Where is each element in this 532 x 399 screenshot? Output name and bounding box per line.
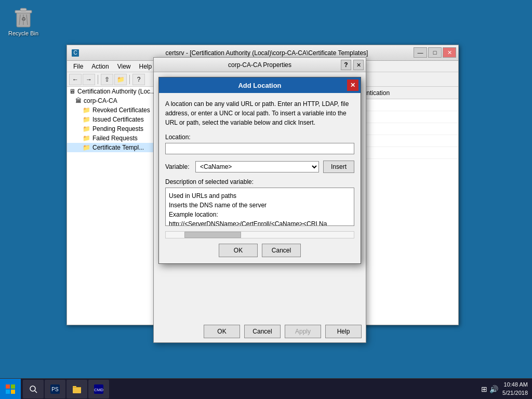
tree-revoked-icon: 📁 — [83, 107, 90, 114]
taskbar-system-icons: ⊞ 🔊 — [477, 385, 502, 393]
tree-issued-label: Issued Certificates — [92, 116, 144, 123]
properties-close-btn[interactable]: ✕ — [353, 60, 364, 70]
network-icon: ⊞ — [481, 385, 487, 393]
add-location-sel-desc-label: Description of selected variable: — [165, 178, 354, 185]
desc-line-2: Inserts the DNS name of the server — [169, 201, 351, 210]
taskbar: PS CMD ⊞ 🔊 10:48 AM 5 — [0, 378, 532, 399]
tree-root-label: Certification Authority (Loc... — [77, 88, 155, 95]
add-location-footer: OK Cancel — [165, 244, 354, 257]
toolbar-folder[interactable]: 📁 — [114, 74, 127, 85]
tree-issued-icon: 📁 — [83, 116, 90, 123]
toolbar-sep1 — [98, 75, 98, 84]
add-location-body: A location can be any valid URL or path.… — [159, 93, 361, 263]
properties-ok-btn[interactable]: OK — [204, 325, 240, 338]
add-location-var-label: Variable: — [165, 163, 191, 170]
add-location-titlebar: Add Location ✕ — [159, 77, 361, 93]
tree-cert-templates-label: Certificate Templ... — [92, 144, 144, 151]
svg-text:C: C — [73, 50, 77, 56]
svg-rect-11 — [6, 390, 10, 394]
add-location-scrollbar-thumb — [184, 232, 241, 238]
taskbar-search[interactable] — [23, 380, 44, 398]
svg-text:CMD: CMD — [94, 388, 103, 392]
add-location-title: Add Location — [164, 82, 355, 89]
svg-rect-19 — [73, 387, 81, 388]
recycle-bin[interactable]: ♻ Recycle Bin — [5, 5, 42, 36]
tree-pending[interactable]: 📁 Pending Requests — [67, 124, 160, 134]
svg-rect-2 — [20, 8, 26, 11]
clock-time: 10:48 AM — [502, 381, 528, 389]
menu-action[interactable]: Action — [87, 62, 113, 71]
add-location-variable-select[interactable]: <CaName> <ServerDNSName> <CertEnroll> <C… — [195, 161, 319, 172]
taskbar-powershell[interactable]: PS — [45, 380, 65, 398]
menu-view[interactable]: View — [113, 62, 135, 71]
properties-cancel-btn[interactable]: Cancel — [244, 325, 281, 338]
taskbar-items: PS CMD — [21, 380, 477, 398]
add-location-scrollbar[interactable] — [165, 231, 354, 238]
desktop: ♻ Recycle Bin C certsrv - [Certification… — [0, 0, 532, 399]
tree-root-icon: 🖥 — [69, 88, 75, 95]
add-location-insert-btn[interactable]: Insert — [323, 161, 354, 173]
tree-cert-templates[interactable]: 📁 Certificate Templ... — [67, 143, 160, 152]
taskbar-clock[interactable]: 10:48 AM 5/21/2018 — [502, 381, 532, 397]
add-location-dialog: Add Location ✕ A location can be any val… — [158, 77, 361, 264]
taskbar-cmd[interactable]: CMD — [88, 380, 109, 398]
add-location-loc-label: Location: — [165, 134, 354, 141]
certsrv-window-controls: — □ ✕ — [414, 47, 456, 58]
tree-pending-icon: 📁 — [83, 125, 90, 132]
tree-pending-label: Pending Requests — [92, 125, 143, 132]
add-location-close-btn[interactable]: ✕ — [347, 79, 358, 91]
svg-text:♻: ♻ — [21, 16, 26, 22]
tree-corp-icon: 🏛 — [75, 97, 82, 104]
certsrv-title: certsrv - [Certification Authority (Loca… — [79, 49, 454, 57]
svg-rect-9 — [6, 384, 10, 389]
add-location-desc-box: Used in URLs and paths Inserts the DNS n… — [165, 188, 354, 226]
properties-help-btn[interactable]: ? — [341, 60, 351, 70]
properties-help-bottom-btn[interactable]: Help — [325, 325, 362, 338]
search-icon — [29, 385, 37, 393]
certsrv-left-panel: 🖥 Certification Authority (Loc... 🏛 corp… — [67, 87, 161, 325]
powershell-icon: PS — [50, 384, 60, 394]
clock-date: 5/21/2018 — [502, 389, 528, 397]
svg-rect-12 — [11, 390, 15, 394]
audio-icon: 🔊 — [489, 385, 498, 393]
windows-logo-icon — [5, 384, 16, 394]
toolbar-back[interactable]: ← — [69, 74, 82, 85]
add-location-var-row: Variable: <CaName> <ServerDNSName> <Cert… — [165, 161, 354, 173]
properties-title: corp-CA-CA Properties — [158, 61, 362, 69]
toolbar-up[interactable]: ⇧ — [101, 74, 113, 85]
tree-failed-label: Failed Requests — [92, 135, 138, 142]
properties-footer: OK Cancel Apply Help — [158, 321, 362, 338]
recycle-bin-label: Recycle Bin — [8, 30, 38, 36]
certsrv-icon: C — [71, 49, 79, 57]
start-button[interactable] — [0, 379, 21, 400]
certsrv-minimize-btn[interactable]: — — [414, 47, 427, 58]
taskbar-explorer[interactable] — [66, 380, 87, 398]
svg-line-14 — [35, 391, 37, 393]
certsrv-close-btn[interactable]: ✕ — [443, 47, 456, 58]
tree-failed[interactable]: 📁 Failed Requests — [67, 134, 160, 143]
add-location-cancel-btn[interactable]: Cancel — [262, 244, 301, 257]
cmd-icon: CMD — [94, 384, 103, 394]
add-location-ok-btn[interactable]: OK — [219, 244, 258, 257]
certsrv-maximize-btn[interactable]: □ — [428, 47, 442, 58]
desc-line-1: Used in URLs and paths — [169, 191, 351, 201]
tree-revoked-label: Revoked Certificates — [92, 107, 150, 114]
properties-apply-btn[interactable]: Apply — [285, 325, 321, 338]
menu-file[interactable]: File — [69, 62, 87, 71]
tree-issued[interactable]: 📁 Issued Certificates — [67, 115, 160, 124]
explorer-icon — [72, 384, 82, 394]
desc-line-3: Example location: http://<ServerDNSName>… — [169, 210, 351, 226]
recycle-bin-icon: ♻ — [13, 5, 34, 28]
tree-revoked[interactable]: 📁 Revoked Certificates — [67, 105, 160, 115]
tree-root[interactable]: 🖥 Certification Authority (Loc... — [67, 87, 160, 96]
add-location-description: A location can be any valid URL or path.… — [165, 99, 354, 127]
tree-cert-templates-icon: 📁 — [83, 144, 90, 151]
tree-corp-ca[interactable]: 🏛 corp-CA-CA — [67, 96, 160, 105]
properties-titlebar: corp-CA-CA Properties ? ✕ — [154, 58, 366, 72]
toolbar-forward[interactable]: → — [83, 74, 95, 85]
toolbar-sep2 — [129, 75, 130, 84]
toolbar-help[interactable]: ? — [132, 74, 145, 85]
svg-text:PS: PS — [51, 387, 59, 392]
svg-rect-10 — [11, 384, 15, 389]
add-location-input[interactable] — [165, 143, 354, 154]
